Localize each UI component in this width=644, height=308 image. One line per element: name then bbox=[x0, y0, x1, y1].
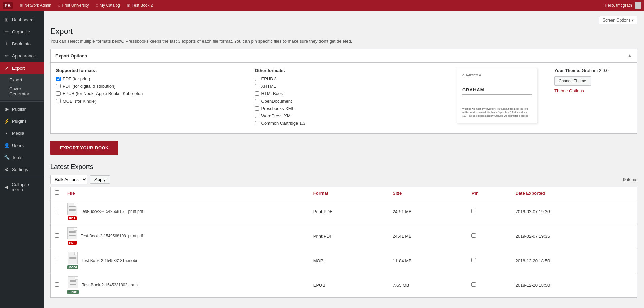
export-book-button[interactable]: EXPORT YOUR BOOK bbox=[50, 141, 118, 155]
page-description: You can select multiple formats below. P… bbox=[50, 39, 637, 44]
sidebar-submenu-cover-generator[interactable]: Cover Generator bbox=[0, 84, 44, 99]
pressbooks-xml-label[interactable]: Pressbooks XML bbox=[261, 106, 294, 111]
opendocument-checkbox[interactable] bbox=[255, 99, 259, 103]
export-options-box: Export Options ▲ Supported formats: PDF … bbox=[50, 49, 637, 134]
theme-info-col: Your Theme: Graham 2.0.0 Change Theme Th… bbox=[547, 68, 632, 128]
common-cartridge-checkbox[interactable] bbox=[255, 121, 259, 125]
file-name[interactable]: Test-Book-2-1545331815.mobi bbox=[82, 258, 137, 263]
topbar-fruit-university-label: Fruit University bbox=[62, 3, 89, 8]
theme-options-link[interactable]: Theme Options bbox=[554, 88, 584, 93]
sidebar-item-export[interactable]: ↗ Export bbox=[0, 62, 44, 74]
sidebar-submenu-export[interactable]: Export bbox=[0, 75, 44, 84]
col-format: Format bbox=[309, 187, 389, 199]
pdf-print-checkbox[interactable] bbox=[56, 77, 61, 81]
epub-nook-label[interactable]: EPUB (for Nook, Apple Books, Kobo etc.) bbox=[63, 91, 143, 96]
topbar-fruit-university[interactable]: ⌂ Fruit University bbox=[55, 2, 92, 9]
file-line bbox=[69, 234, 76, 234]
pin-checkbox[interactable] bbox=[471, 233, 476, 238]
format-item-wordpress-xml: WordPress XML bbox=[255, 113, 447, 118]
pin-checkbox[interactable] bbox=[471, 209, 476, 213]
pdf-digital-label[interactable]: PDF (for digital distribution) bbox=[63, 84, 116, 89]
topbar-my-catalog-label: My Catalog bbox=[100, 3, 120, 8]
row-format: Print PDF bbox=[309, 224, 389, 248]
common-cartridge-label[interactable]: Common Cartridge 1.3 bbox=[261, 121, 306, 126]
xhtml-label[interactable]: XHTML bbox=[261, 84, 276, 89]
topbar-test-book-2-label: Test Book 2 bbox=[132, 3, 153, 8]
screen-options-button[interactable]: Screen Options ▾ bbox=[599, 16, 637, 24]
row-checkbox-cell bbox=[51, 224, 64, 248]
wordpress-xml-label[interactable]: WordPress XML bbox=[261, 113, 293, 118]
book-preview-chapter: CHAPTER 6. bbox=[462, 74, 532, 77]
wordpress-xml-checkbox[interactable] bbox=[255, 114, 259, 118]
file-line bbox=[69, 231, 76, 232]
sidebar-item-export-label: Export bbox=[12, 66, 25, 71]
epub3-checkbox[interactable] bbox=[255, 77, 259, 81]
epub3-label[interactable]: EPUB 3 bbox=[261, 76, 277, 81]
sidebar-item-media[interactable]: ▪ Media bbox=[0, 127, 44, 139]
export-options-header-label: Export Options bbox=[55, 53, 87, 59]
apply-button[interactable]: Apply bbox=[90, 175, 110, 184]
pin-checkbox[interactable] bbox=[471, 282, 476, 287]
row-size: 24.41 MB bbox=[389, 224, 467, 248]
htmlbook-checkbox[interactable] bbox=[255, 91, 259, 96]
xhtml-checkbox[interactable] bbox=[255, 84, 259, 88]
file-lines bbox=[69, 206, 76, 212]
change-theme-button[interactable]: Change Theme bbox=[554, 76, 591, 86]
file-line bbox=[70, 283, 76, 283]
collapse-options-icon[interactable]: ▲ bbox=[627, 53, 632, 59]
file-icon-wrap: EPUB bbox=[67, 276, 79, 294]
sidebar-item-plugins[interactable]: ⚡ Plugins bbox=[0, 115, 44, 127]
tools-icon: 🔧 bbox=[4, 155, 9, 160]
home-icon: ⌂ bbox=[58, 3, 61, 7]
file-lines bbox=[70, 279, 76, 285]
row-checkbox[interactable] bbox=[55, 233, 59, 238]
sidebar-item-publish[interactable]: ◉ Publish bbox=[0, 103, 44, 115]
file-cell: EPUB Test-Book-2-1545331802.epub bbox=[67, 276, 305, 294]
pb-logo[interactable]: PB bbox=[3, 2, 13, 9]
format-item-htmlbook: HTMLBook bbox=[255, 91, 447, 96]
topbar-my-catalog[interactable]: □ My Catalog bbox=[93, 2, 122, 9]
select-all-checkbox[interactable] bbox=[55, 190, 59, 195]
file-name[interactable]: Test-Book-2-1549568108_print.pdf bbox=[81, 234, 143, 238]
sidebar-item-tools[interactable]: 🔧 Tools bbox=[0, 151, 44, 163]
topbar-test-book-2[interactable]: ▣ Test Book 2 bbox=[124, 2, 156, 9]
sidebar-item-settings[interactable]: ⚙ Settings bbox=[0, 163, 44, 176]
pressbooks-xml-checkbox[interactable] bbox=[255, 106, 259, 111]
pdf-digital-checkbox[interactable] bbox=[56, 84, 61, 88]
topbar-network-admin[interactable]: ⊞ Network Admin bbox=[17, 2, 54, 9]
format-badge: EPUB bbox=[67, 290, 79, 294]
sidebar-item-plugins-label: Plugins bbox=[12, 119, 27, 124]
file-name[interactable]: Test-Book-2-1549568161_print.pdf bbox=[81, 209, 143, 214]
sidebar-item-media-label: Media bbox=[12, 131, 24, 136]
sidebar-item-appearance[interactable]: ✏ Appearance bbox=[0, 50, 44, 62]
pdf-print-label[interactable]: PDF (for print) bbox=[63, 76, 90, 81]
pin-checkbox[interactable] bbox=[471, 258, 476, 262]
file-lines bbox=[69, 255, 76, 261]
supported-formats-col: Supported formats: PDF (for print) PDF (… bbox=[56, 68, 248, 128]
table-row: MOBI Test-Book-2-1545331815.mobi MOBI11.… bbox=[51, 248, 637, 273]
collapse-icon: ◀ bbox=[4, 184, 9, 190]
file-name[interactable]: Test-Book-2-1545331802.epub bbox=[82, 283, 138, 287]
main-content: Screen Options ▾ Export You can select m… bbox=[44, 11, 644, 308]
mobi-kindle-label[interactable]: MOBI (for Kindle) bbox=[63, 99, 96, 104]
row-checkbox[interactable] bbox=[55, 282, 59, 287]
htmlbook-label[interactable]: HTMLBook bbox=[261, 91, 283, 96]
format-item-epub3: EPUB 3 bbox=[255, 76, 447, 81]
row-checkbox[interactable] bbox=[55, 258, 59, 262]
col-checkbox bbox=[51, 187, 64, 199]
sidebar-item-book-info[interactable]: ℹ Book Info bbox=[0, 38, 44, 50]
bulk-actions-select[interactable]: Bulk Actions bbox=[50, 175, 87, 184]
format-item-pressbooks-xml: Pressbooks XML bbox=[255, 106, 447, 111]
exports-toolbar-left: Bulk Actions Apply bbox=[50, 175, 110, 184]
latest-exports-title: Latest Exports bbox=[50, 163, 637, 171]
mobi-kindle-checkbox[interactable] bbox=[56, 99, 61, 103]
book-preview: CHAPTER 6. GRAHAM What do we mean by "in… bbox=[457, 68, 537, 123]
row-checkbox[interactable] bbox=[55, 209, 59, 213]
sidebar-item-collapse[interactable]: ◀ Collapse menu bbox=[0, 179, 44, 195]
epub-nook-checkbox[interactable] bbox=[56, 91, 61, 96]
sidebar-item-users[interactable]: 👤 Users bbox=[0, 139, 44, 151]
sidebar-item-organize-label: Organize bbox=[12, 29, 30, 34]
opendocument-label[interactable]: OpenDocument bbox=[261, 99, 292, 104]
sidebar-item-organize[interactable]: ☰ Organize bbox=[0, 26, 44, 38]
sidebar-item-dashboard[interactable]: ⊞ Dashboard bbox=[0, 13, 44, 26]
